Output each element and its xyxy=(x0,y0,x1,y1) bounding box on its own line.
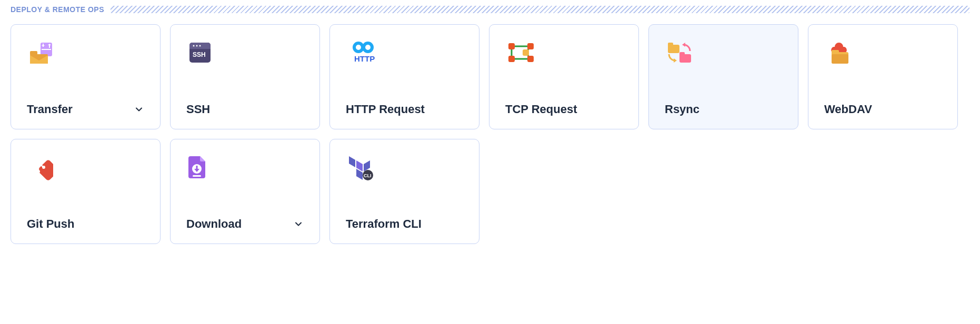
download-icon xyxy=(186,154,304,185)
svg-rect-35 xyxy=(832,50,839,54)
svg-rect-10 xyxy=(189,47,211,49)
svg-text:SSH: SSH xyxy=(193,51,206,58)
card-ssh[interactable]: SSH SSH xyxy=(170,24,320,129)
git-push-icon xyxy=(27,154,144,185)
svg-rect-27 xyxy=(523,49,529,56)
rsync-icon xyxy=(665,39,782,70)
svg-point-12 xyxy=(193,45,195,47)
svg-point-13 xyxy=(196,45,198,47)
svg-rect-29 xyxy=(668,43,673,47)
webdav-icon xyxy=(824,39,942,70)
svg-marker-47 xyxy=(349,156,355,167)
card-footer: Rsync xyxy=(665,103,782,116)
card-download[interactable]: Download xyxy=(170,139,320,244)
svg-point-16 xyxy=(364,43,372,52)
svg-rect-26 xyxy=(527,56,534,62)
card-git-push[interactable]: Git Push xyxy=(11,139,161,244)
card-rsync[interactable]: Rsync xyxy=(648,24,798,129)
card-tcp-request[interactable]: TCP Request xyxy=(489,24,639,129)
card-webdav[interactable]: WebDAV xyxy=(808,24,958,129)
http-icon: HTTP xyxy=(346,39,463,70)
card-grid: Transfer SSH SSH xyxy=(11,24,969,244)
card-footer: WebDAV xyxy=(824,103,942,116)
svg-rect-25 xyxy=(527,43,534,49)
ssh-icon: SSH xyxy=(186,39,304,70)
terraform-icon: CLI xyxy=(346,154,463,185)
chevron-down-icon xyxy=(293,219,304,229)
card-label: HTTP Request xyxy=(346,103,425,116)
chevron-down-icon xyxy=(134,104,144,115)
svg-rect-1 xyxy=(42,49,51,50)
svg-marker-32 xyxy=(682,43,685,47)
card-http-request[interactable]: HTTP HTTP Request xyxy=(329,24,479,129)
svg-point-15 xyxy=(354,43,363,52)
svg-rect-36 xyxy=(832,54,848,64)
svg-rect-31 xyxy=(679,52,685,56)
card-label: Rsync xyxy=(665,103,699,116)
tcp-icon xyxy=(505,39,623,70)
svg-marker-49 xyxy=(364,160,370,171)
card-footer: HTTP Request xyxy=(346,103,463,116)
section-header: DEPLOY & REMOTE OPS xyxy=(11,5,969,14)
svg-rect-23 xyxy=(508,43,515,49)
card-footer: SSH xyxy=(186,103,304,116)
svg-rect-24 xyxy=(508,56,515,62)
card-label: Terraform CLI xyxy=(346,217,422,231)
section-stripe xyxy=(111,6,969,13)
card-label: WebDAV xyxy=(824,103,872,116)
transfer-icon xyxy=(27,39,144,70)
card-footer: Git Push xyxy=(27,217,144,231)
card-label: Download xyxy=(186,217,242,231)
card-transfer[interactable]: Transfer xyxy=(11,24,161,129)
card-footer: Terraform CLI xyxy=(346,217,463,231)
card-footer: TCP Request xyxy=(505,103,623,116)
svg-marker-33 xyxy=(674,58,677,63)
svg-text:CLI: CLI xyxy=(364,173,372,178)
svg-point-14 xyxy=(199,45,201,47)
card-terraform-cli[interactable]: CLI Terraform CLI xyxy=(329,139,479,244)
card-footer: Download xyxy=(186,217,304,231)
svg-rect-46 xyxy=(193,175,201,177)
section-title: DEPLOY & REMOTE OPS xyxy=(11,5,111,14)
card-label: Git Push xyxy=(27,217,74,231)
card-label: TCP Request xyxy=(505,103,577,116)
card-label: Transfer xyxy=(27,103,73,116)
svg-rect-7 xyxy=(30,51,37,55)
card-label: SSH xyxy=(186,103,210,116)
svg-text:HTTP: HTTP xyxy=(354,54,375,63)
card-footer: Transfer xyxy=(27,103,144,116)
